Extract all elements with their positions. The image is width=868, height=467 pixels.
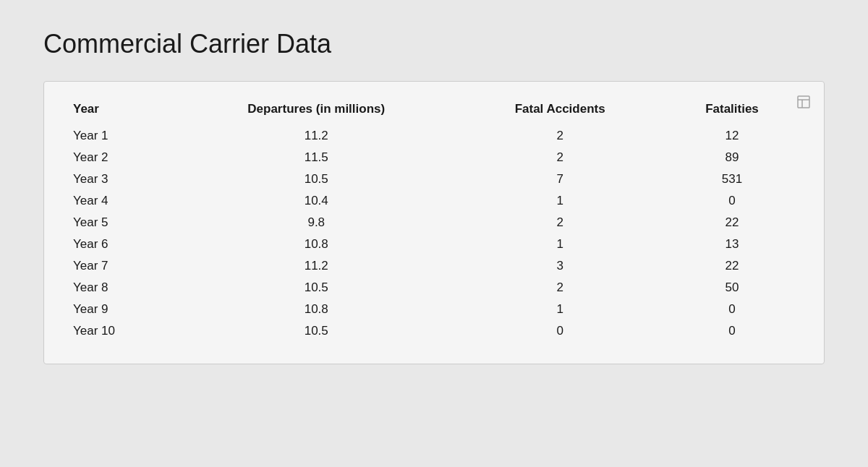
- cell-departures: 11.2: [174, 255, 458, 277]
- svg-rect-0: [798, 96, 809, 108]
- table-row: Year 111.2212: [66, 125, 802, 147]
- cell-fatal-accidents: 2: [458, 125, 662, 147]
- table-row: Year 59.8222: [66, 212, 802, 234]
- cell-fatalities: 0: [662, 320, 802, 342]
- cell-fatalities: 13: [662, 234, 802, 255]
- cell-year: Year 1: [66, 125, 174, 147]
- cell-year: Year 10: [66, 320, 174, 342]
- table-header-row: Year Departures (in millions) Fatal Acci…: [66, 96, 802, 125]
- cell-departures: 9.8: [174, 212, 458, 234]
- cell-fatalities: 22: [662, 212, 802, 234]
- cell-departures: 10.4: [174, 190, 458, 212]
- cell-fatalities: 12: [662, 125, 802, 147]
- cell-year: Year 9: [66, 299, 174, 320]
- cell-departures: 10.8: [174, 299, 458, 320]
- header-departures: Departures (in millions): [174, 96, 458, 125]
- cell-year: Year 3: [66, 168, 174, 190]
- header-fatal-accidents: Fatal Accidents: [458, 96, 662, 125]
- cell-year: Year 5: [66, 212, 174, 234]
- cell-year: Year 2: [66, 147, 174, 168]
- table-row: Year 711.2322: [66, 255, 802, 277]
- cell-fatalities: 531: [662, 168, 802, 190]
- table-row: Year 810.5250: [66, 277, 802, 299]
- cell-fatal-accidents: 0: [458, 320, 662, 342]
- table-row: Year 910.810: [66, 299, 802, 320]
- cell-fatal-accidents: 1: [458, 299, 662, 320]
- table-row: Year 410.410: [66, 190, 802, 212]
- cell-fatalities: 0: [662, 299, 802, 320]
- cell-fatal-accidents: 1: [458, 234, 662, 255]
- cell-year: Year 4: [66, 190, 174, 212]
- header-year: Year: [66, 96, 174, 125]
- table-row: Year 211.5289: [66, 147, 802, 168]
- table-icon: [796, 95, 811, 109]
- header-fatalities: Fatalities: [662, 96, 802, 125]
- cell-year: Year 6: [66, 234, 174, 255]
- cell-year: Year 8: [66, 277, 174, 299]
- table-row: Year 310.57531: [66, 168, 802, 190]
- cell-departures: 10.8: [174, 234, 458, 255]
- data-table: Year Departures (in millions) Fatal Acci…: [66, 96, 802, 342]
- cell-fatalities: 22: [662, 255, 802, 277]
- cell-fatal-accidents: 2: [458, 277, 662, 299]
- cell-fatal-accidents: 1: [458, 190, 662, 212]
- cell-fatal-accidents: 2: [458, 212, 662, 234]
- table-row: Year 610.8113: [66, 234, 802, 255]
- cell-departures: 11.5: [174, 147, 458, 168]
- cell-departures: 10.5: [174, 168, 458, 190]
- cell-fatalities: 0: [662, 190, 802, 212]
- cell-fatal-accidents: 7: [458, 168, 662, 190]
- page-title: Commercial Carrier Data: [43, 29, 825, 59]
- cell-fatal-accidents: 3: [458, 255, 662, 277]
- cell-fatalities: 50: [662, 277, 802, 299]
- cell-departures: 10.5: [174, 320, 458, 342]
- table-container: Year Departures (in millions) Fatal Acci…: [43, 81, 825, 364]
- cell-departures: 10.5: [174, 277, 458, 299]
- cell-fatal-accidents: 2: [458, 147, 662, 168]
- table-row: Year 1010.500: [66, 320, 802, 342]
- cell-fatalities: 89: [662, 147, 802, 168]
- cell-year: Year 7: [66, 255, 174, 277]
- cell-departures: 11.2: [174, 125, 458, 147]
